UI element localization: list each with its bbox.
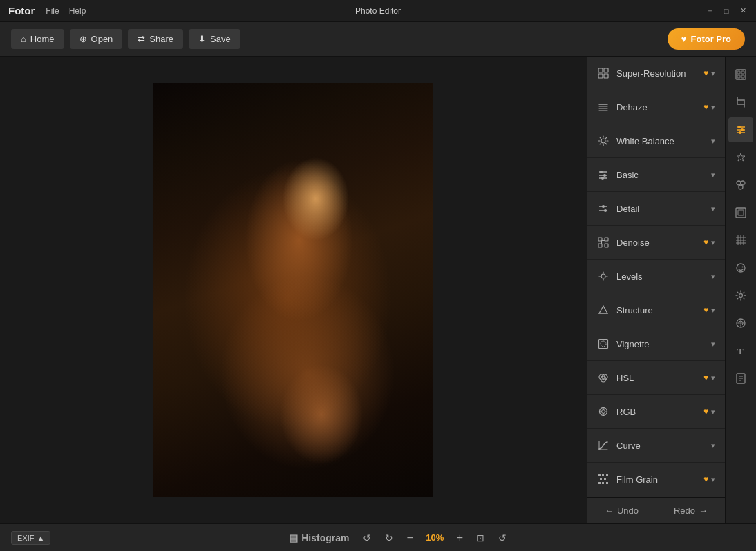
exif-chevron-icon: ▲ (37, 534, 44, 542)
panel-item-curve[interactable]: Curve▾ (587, 429, 725, 463)
dehaze-label: Dehaze (616, 102, 648, 113)
svg-line-15 (606, 137, 607, 138)
fotor-pro-button[interactable]: ♥ Fotor Pro (668, 28, 745, 50)
adjust-sliders-tool-button[interactable] (728, 117, 753, 142)
crop-tool-button[interactable] (728, 90, 753, 115)
frames-tool-button[interactable] (728, 200, 753, 225)
close-button[interactable]: ✕ (738, 6, 748, 16)
panel-item-dehaze[interactable]: Dehaze♥▾ (587, 90, 725, 124)
settings-tool-button[interactable] (728, 283, 753, 308)
history-tool-button[interactable] (728, 366, 753, 391)
detail-chevron-icon: ▾ (711, 204, 715, 213)
panel-item-super-resolution[interactable]: Super-Resolution♥▾ (587, 57, 725, 90)
maximize-button[interactable]: □ (721, 6, 731, 16)
histogram-button[interactable]: ▤ Histogram (285, 531, 352, 545)
svg-point-71 (741, 181, 745, 185)
beauty-tool-button[interactable] (728, 173, 753, 197)
minimize-button[interactable]: － (705, 6, 715, 16)
panel-item-levels[interactable]: Levels▾ (587, 260, 725, 293)
super-resolution-icon (597, 67, 609, 79)
denoise-icon (597, 236, 609, 249)
effects-tool-button[interactable] (728, 145, 753, 170)
svg-point-72 (739, 185, 743, 189)
text-tool-button[interactable]: T (728, 338, 753, 363)
home-button[interactable]: ⌂ Home (11, 29, 64, 49)
svg-rect-3 (604, 74, 608, 78)
window-controls: － □ ✕ (705, 6, 748, 16)
zoom-in-button[interactable]: + (454, 530, 466, 545)
title-bar-left: Fotor File Help (8, 5, 86, 17)
redo-button[interactable]: Redo → (656, 498, 725, 523)
open-icon: ⊕ (79, 34, 87, 44)
bottom-left: EXIF ▲ (11, 531, 50, 545)
white-balance-label: White Balance (616, 136, 674, 146)
menu-file[interactable]: File (46, 6, 59, 16)
rgb-pro-badge: ♥ (703, 407, 708, 416)
redo-history-button[interactable]: ↻ (381, 531, 397, 545)
panel-item-hsl[interactable]: HSL♥▾ (587, 361, 725, 395)
svg-rect-54 (600, 478, 602, 480)
rgb-icon (597, 405, 609, 418)
menu-help[interactable]: Help (69, 6, 86, 16)
hsl-label: HSL (616, 373, 634, 383)
svg-point-20 (603, 174, 606, 177)
save-icon: ⬇ (198, 34, 206, 44)
svg-rect-74 (738, 210, 744, 215)
dehaze-pro-badge: ♥ (703, 102, 708, 112)
app-logo: Fotor (8, 5, 35, 17)
rgb-chevron-icon: ▾ (711, 407, 715, 416)
zoom-out-button[interactable]: − (404, 530, 415, 545)
photo-container (153, 83, 433, 497)
panel-item-vignette[interactable]: Vignette▾ (587, 327, 725, 361)
share-button[interactable]: ⇄ Share (128, 29, 183, 49)
fotor-pro-heart-icon: ♥ (681, 34, 687, 44)
denoise-label: Denoise (616, 238, 650, 248)
fit-view-button[interactable]: ⊡ (473, 531, 488, 545)
svg-rect-60 (737, 71, 740, 74)
panel-item-white-balance[interactable]: White Balance▾ (587, 124, 725, 158)
tool-icon-bar: T (725, 57, 756, 523)
panel-item-denoise[interactable]: Denoise♥▾ (587, 226, 725, 260)
lens-tool-button[interactable] (728, 311, 753, 336)
basic-icon (597, 168, 609, 181)
adjust-tool-button[interactable] (728, 62, 753, 87)
undo-history-button[interactable]: ↺ (359, 531, 375, 545)
exif-button[interactable]: EXIF ▲ (11, 531, 50, 545)
panel-scroll: Super-Resolution♥▾Dehaze♥▾White Balance▾… (587, 57, 725, 497)
panel-item-film-grain[interactable]: Film Grain♥▾ (587, 463, 725, 496)
svg-point-44 (602, 410, 605, 414)
panel-item-basic[interactable]: Basic▾ (587, 158, 725, 192)
svg-rect-51 (598, 474, 601, 476)
svg-rect-73 (736, 208, 746, 218)
canvas-area (0, 57, 587, 523)
hsl-pro-badge: ♥ (703, 373, 708, 383)
svg-text:T: T (737, 346, 744, 356)
share-icon: ⇄ (138, 34, 145, 44)
panel-item-detail[interactable]: Detail▾ (587, 192, 725, 226)
panel-item-rgb[interactable]: RGB♥▾ (587, 395, 725, 429)
svg-line-16 (600, 144, 601, 144)
curve-chevron-icon: ▾ (711, 441, 715, 450)
redo-icon: → (699, 505, 708, 516)
sticker-tool-button[interactable] (728, 255, 753, 280)
svg-line-14 (606, 144, 607, 144)
svg-rect-61 (741, 71, 744, 74)
panel-item-structure[interactable]: Structure♥▾ (587, 293, 725, 327)
open-button[interactable]: ⊕ Open (70, 29, 123, 49)
texture-tool-button[interactable] (728, 228, 753, 253)
basic-chevron-icon: ▾ (711, 171, 715, 180)
structure-pro-badge: ♥ (703, 305, 708, 315)
reset-view-button[interactable]: ↺ (495, 531, 510, 545)
structure-icon (597, 304, 609, 316)
levels-chevron-icon: ▾ (711, 272, 715, 281)
svg-rect-58 (606, 482, 608, 484)
toolbar-left: ⌂ Home ⊕ Open ⇄ Share ⬇ Save (11, 29, 240, 49)
histogram-icon: ▤ (289, 532, 298, 543)
reset-icon: ↺ (498, 532, 507, 543)
undo-button[interactable]: ← Undo (587, 498, 656, 523)
toolbar: ⌂ Home ⊕ Open ⇄ Share ⬇ Save ♥ Fotor Pro (0, 22, 756, 57)
menu-bar: File Help (46, 6, 86, 16)
save-button[interactable]: ⬇ Save (189, 29, 240, 49)
svg-point-39 (601, 341, 606, 347)
svg-point-18 (600, 171, 603, 173)
